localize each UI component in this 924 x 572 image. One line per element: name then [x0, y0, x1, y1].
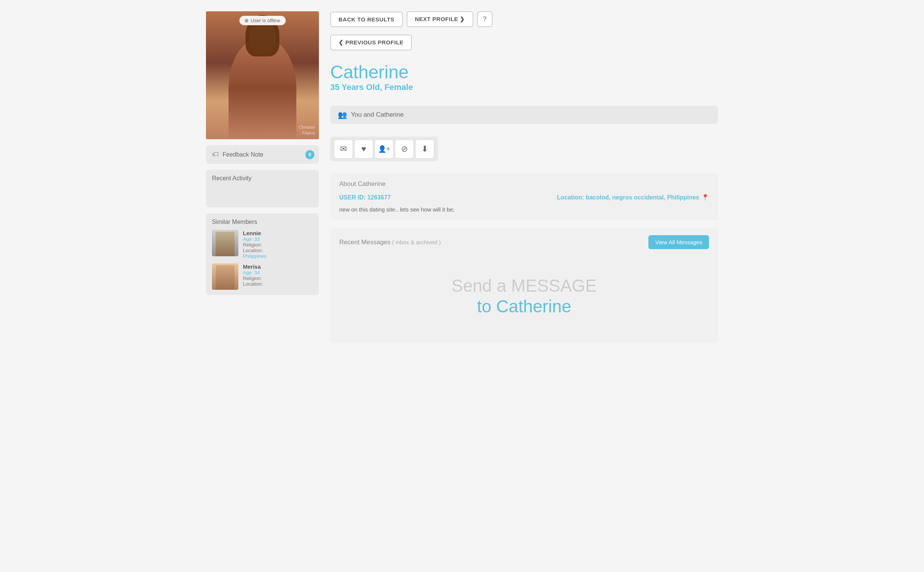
location-label: Location: bacolod, negros occidental, Ph… — [557, 194, 699, 201]
offline-dot — [245, 19, 249, 23]
about-meta: USER ID: 1263677 Location: bacolod, negr… — [339, 194, 709, 201]
messages-section: Recent Messages ( inbox & archived ) Vie… — [330, 228, 718, 343]
send-message-text-1: Send a MESSAGE — [347, 275, 701, 296]
feedback-badge: 0 — [305, 150, 315, 159]
feedback-note-button[interactable]: 🏷 Feedback Note 0 — [206, 145, 319, 164]
member-thumb-merisa — [212, 263, 238, 290]
messages-title: Recent Messages — [339, 239, 391, 246]
watermark-line1: Christian — [299, 125, 315, 129]
action-bar: ✉ ♥ 👤+ ⊘ ⬇ — [330, 137, 438, 162]
similar-members-title: Similar Members — [212, 219, 313, 225]
block-icon: ⊘ — [401, 144, 408, 154]
add-person-icon: 👤+ — [378, 145, 391, 153]
main-content: BACK TO RESULTS NEXT PROFILE ❯ ? ❮ PREVI… — [330, 11, 718, 343]
download-action-button[interactable]: ⬇ — [415, 140, 434, 159]
heart-action-button[interactable]: ♥ — [354, 140, 373, 159]
profile-name: Catherine — [330, 62, 718, 82]
you-and-label: You and Catherine — [351, 111, 404, 118]
profile-photo-container: User is offline Christian Filipino — [206, 11, 319, 139]
member-info-merisa: Merisa Age: 34 Religion: Location: — [243, 263, 313, 287]
messages-inbox-label: ( inbox & archived ) — [392, 239, 441, 246]
add-person-action-button[interactable]: 👤+ — [375, 140, 393, 159]
member-religion-label-merisa: Religion: — [243, 275, 313, 281]
profile-photo: Christian Filipino — [206, 11, 319, 139]
messages-title-group: Recent Messages ( inbox & archived ) — [339, 239, 441, 246]
offline-label: User is offline — [251, 18, 280, 23]
message-action-button[interactable]: ✉ — [334, 140, 353, 159]
feedback-note-label: Feedback Note — [223, 151, 263, 158]
back-to-results-button[interactable]: BACK TO RESULTS — [330, 12, 403, 27]
download-icon: ⬇ — [421, 144, 428, 154]
block-action-button[interactable]: ⊘ — [395, 140, 414, 159]
message-icon: ✉ — [340, 144, 347, 154]
recent-activity-title: Recent Activity — [212, 175, 313, 182]
member-religion-label-lennie: Religion: — [243, 242, 313, 248]
heart-icon: ♥ — [361, 144, 366, 154]
profile-header: Catherine 35 Years Old, Female — [330, 58, 718, 98]
member-name-merisa: Merisa — [243, 263, 313, 270]
about-section: About Catherine USER ID: 1263677 Locatio… — [330, 173, 718, 220]
member-thumb-lennie — [212, 230, 238, 256]
people-icon: 👥 — [338, 110, 347, 119]
about-title: About Catherine — [339, 180, 709, 188]
send-message-placeholder: Send a MESSAGE to Catherine — [339, 256, 709, 336]
member-info-lennie: Lennie Age: 33 Religion: Location: Phili… — [243, 230, 313, 259]
offline-badge: User is offline — [240, 16, 286, 25]
you-and-button[interactable]: 👥 You and Catherine — [330, 106, 718, 124]
member-age-lennie: Age: 33 — [243, 236, 313, 242]
view-all-messages-button[interactable]: View All Messages — [648, 235, 709, 249]
location-text: Location: bacolod, negros occidental, Ph… — [557, 194, 709, 201]
send-message-text-2: to Catherine — [347, 296, 701, 317]
send-message-name: Catherine — [496, 297, 571, 316]
member-item-merisa[interactable]: Merisa Age: 34 Religion: Location: — [212, 263, 313, 290]
top-nav: BACK TO RESULTS NEXT PROFILE ❯ ? — [330, 11, 718, 27]
member-item-lennie[interactable]: Lennie Age: 33 Religion: Location: Phili… — [212, 230, 313, 259]
location-pin-icon: 📍 — [701, 194, 709, 201]
photo-person — [206, 11, 319, 139]
tag-icon: 🏷 — [212, 151, 219, 159]
member-location-lennie[interactable]: Philippines — [243, 253, 313, 259]
prev-profile-button[interactable]: ❮ PREVIOUS PROFILE — [330, 35, 412, 50]
member-location-label-lennie: Location: — [243, 248, 313, 253]
recent-activity-box: Recent Activity — [206, 170, 319, 207]
sidebar: User is offline Christian Filipino 🏷 Fe — [206, 11, 319, 343]
next-profile-help-button[interactable]: ? — [477, 11, 492, 27]
watermark-line2: Filipino — [302, 131, 315, 135]
user-id: USER ID: 1263677 — [339, 194, 391, 201]
messages-header: Recent Messages ( inbox & archived ) Vie… — [339, 235, 709, 249]
similar-members-box: Similar Members Lennie Age: 33 Religion:… — [206, 213, 319, 295]
photo-watermark: Christian Filipino — [299, 124, 315, 135]
about-bio: new on this dating site.. lets see how w… — [339, 206, 709, 213]
member-age-merisa: Age: 34 — [243, 270, 313, 275]
member-name-lennie: Lennie — [243, 230, 313, 236]
next-profile-button[interactable]: NEXT PROFILE ❯ — [407, 11, 473, 27]
member-location-label-merisa: Location: — [243, 281, 313, 287]
profile-age-gender: 35 Years Old, Female — [330, 82, 718, 92]
